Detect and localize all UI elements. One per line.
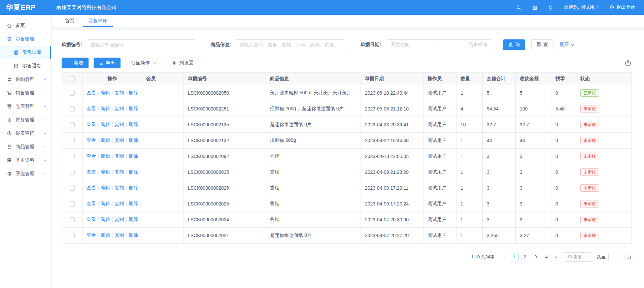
action-delete-link[interactable]: 删除: [129, 169, 138, 174]
batch-actions-button[interactable]: 批量操作: [126, 58, 162, 68]
tab-retail-outbound[interactable]: 零售出库: [83, 15, 113, 27]
action-edit-link[interactable]: 编辑: [101, 217, 110, 222]
sidebar-item-system[interactable]: 系统管理: [0, 167, 51, 181]
sidebar-item-reports[interactable]: 报表查询: [0, 127, 51, 140]
action-edit-link[interactable]: 编辑: [101, 90, 110, 95]
action-copy-link[interactable]: 复制: [114, 137, 124, 143]
jump-label: 跳至: [597, 254, 606, 260]
sidebar-item-retail[interactable]: 零售管理: [0, 32, 51, 46]
next-page-icon[interactable]: [552, 255, 561, 259]
query-button[interactable]: 查询: [503, 39, 525, 50]
row-checkbox[interactable]: [70, 91, 75, 96]
action-view-link[interactable]: 查看: [87, 137, 96, 143]
tab-home[interactable]: 首页: [60, 15, 80, 27]
action-edit-link[interactable]: 编辑: [101, 106, 110, 111]
row-checkbox[interactable]: [70, 138, 75, 143]
action-delete-link[interactable]: 删除: [129, 217, 138, 222]
action-view-link[interactable]: 查看: [87, 153, 96, 159]
help-icon[interactable]: [624, 60, 632, 67]
action-edit-link[interactable]: 编辑: [101, 201, 110, 206]
action-edit-link[interactable]: 编辑: [101, 122, 110, 127]
cell-qty: 1: [456, 85, 483, 101]
action-view-link[interactable]: 查看: [87, 122, 96, 127]
page-size-select[interactable]: 10 条/页: [564, 252, 592, 262]
row-checkbox[interactable]: [70, 122, 75, 127]
cell-status: 未审核: [576, 212, 632, 228]
cell-received: 3: [516, 196, 551, 212]
date-range-picker[interactable]: 开始时间 ~ 结束时间: [386, 39, 492, 50]
action-copy-link[interactable]: 复制: [114, 185, 124, 190]
action-delete-link[interactable]: 删除: [129, 232, 138, 238]
row-checkbox[interactable]: [70, 201, 75, 206]
row-checkbox[interactable]: [70, 154, 75, 159]
page-number-1[interactable]: 1: [510, 253, 518, 261]
column-header-1: 会员: [142, 73, 184, 85]
action-copy-link[interactable]: 复制: [114, 122, 124, 127]
jump-page-input[interactable]: [608, 253, 624, 261]
action-copy-link[interactable]: 复制: [114, 153, 124, 159]
action-delete-link[interactable]: 删除: [129, 153, 138, 159]
action-copy-link[interactable]: 复制: [114, 90, 124, 95]
action-delete-link[interactable]: 删除: [129, 106, 138, 111]
action-view-link[interactable]: 查看: [87, 217, 96, 222]
action-copy-link[interactable]: 复制: [114, 232, 124, 238]
sidebar-item-home[interactable]: 首页: [0, 19, 51, 32]
table-row: 查看|编辑|复制|删除LSCK00000002024香烟2023-04-07 2…: [62, 212, 632, 228]
row-checkbox[interactable]: [70, 106, 75, 111]
reset-button[interactable]: 重置: [531, 39, 553, 50]
header-checkbox-cell: [62, 73, 83, 85]
action-copy-link[interactable]: 复制: [114, 217, 124, 222]
select-all-checkbox[interactable]: [70, 76, 75, 82]
row-checkbox[interactable]: [70, 186, 75, 191]
export-button[interactable]: 导出: [94, 58, 121, 68]
sidebar-subitem-retail-return[interactable]: 零售退货: [0, 59, 51, 73]
action-view-link[interactable]: 查看: [87, 169, 96, 174]
action-separator: |: [112, 153, 113, 159]
date-start-placeholder[interactable]: 开始时间: [391, 42, 410, 48]
page-number-2[interactable]: 2: [520, 253, 529, 261]
action-delete-link[interactable]: 删除: [129, 137, 138, 143]
search-icon[interactable]: [516, 5, 522, 10]
bill-no-input[interactable]: [87, 39, 195, 50]
sidebar-item-goods[interactable]: 商品管理: [0, 140, 51, 154]
action-copy-link[interactable]: 复制: [114, 201, 124, 206]
action-copy-link[interactable]: 复制: [114, 106, 124, 111]
column-settings-button[interactable]: 列设置: [167, 58, 199, 68]
platform-icon[interactable]: [532, 5, 538, 10]
row-checkbox[interactable]: [70, 217, 75, 222]
action-delete-link[interactable]: 删除: [129, 201, 138, 206]
expand-link[interactable]: 展开: [560, 42, 575, 48]
action-delete-link[interactable]: 删除: [129, 122, 138, 127]
action-view-link[interactable]: 查看: [87, 90, 96, 95]
action-view-link[interactable]: 查看: [87, 185, 96, 190]
row-checkbox[interactable]: [70, 233, 75, 238]
action-edit-link[interactable]: 编辑: [101, 137, 110, 143]
logout-button[interactable]: 退出登录: [609, 4, 635, 10]
action-edit-link[interactable]: 编辑: [101, 169, 110, 174]
notifications-bell-icon[interactable]: [548, 5, 553, 10]
action-view-link[interactable]: 查看: [87, 106, 96, 111]
cell-member: [142, 101, 184, 117]
goods-info-input[interactable]: [236, 39, 345, 50]
sidebar-item-finance[interactable]: 财务管理: [0, 113, 51, 127]
cell-change: 0: [551, 133, 576, 149]
action-edit-link[interactable]: 编辑: [101, 232, 110, 238]
action-edit-link[interactable]: 编辑: [101, 153, 110, 159]
action-view-link[interactable]: 查看: [87, 201, 96, 206]
page-number-4[interactable]: 4: [542, 253, 551, 261]
action-delete-link[interactable]: 删除: [129, 185, 138, 190]
action-copy-link[interactable]: 复制: [114, 169, 124, 174]
action-view-link[interactable]: 查看: [87, 232, 96, 238]
page-number-3[interactable]: 3: [531, 253, 540, 261]
sidebar-subitem-retail-outbound[interactable]: 零售出库: [0, 46, 51, 59]
sidebar-item-basic-data[interactable]: 基本资料: [0, 154, 51, 167]
prev-page-icon[interactable]: [500, 255, 508, 259]
action-delete-link[interactable]: 删除: [129, 90, 138, 95]
action-edit-link[interactable]: 编辑: [101, 185, 110, 190]
sidebar-item-warehouse[interactable]: 仓库管理: [0, 100, 51, 113]
date-end-placeholder[interactable]: 结束时间: [468, 42, 487, 48]
row-checkbox[interactable]: [70, 170, 75, 175]
add-button[interactable]: 新增: [62, 58, 89, 68]
sidebar-item-sales[interactable]: 销售管理: [0, 86, 51, 100]
sidebar-item-purchase[interactable]: 采购管理: [0, 73, 51, 86]
